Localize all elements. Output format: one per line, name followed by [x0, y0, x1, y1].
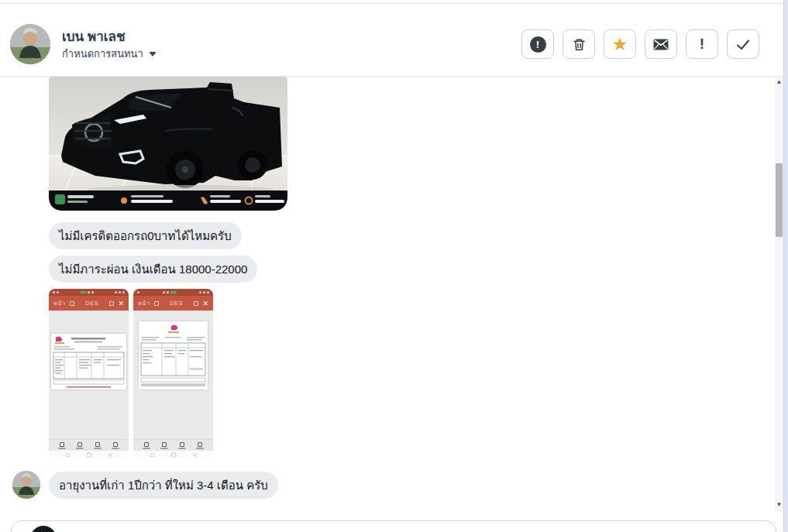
- document-app-bar: หน้า DES ✕: [49, 296, 129, 311]
- scheduling-dropdown[interactable]: กำหนดการสนทนา: [62, 46, 157, 62]
- mark-unread-button[interactable]: [645, 29, 677, 59]
- message-bubble: ไม่มีเครดิตออกรถ0บาทได้ไหมครับ: [49, 222, 242, 249]
- contact-avatar[interactable]: [10, 24, 50, 64]
- conversation-header: เบน พาเลช กำหนดการสนทนา ! ★: [0, 4, 783, 76]
- document-app-bar: หน้า DES ✕: [133, 296, 213, 311]
- message-list: ไม่มีเครดิตออกรถ0บาทได้ไหมครับ ไม่มีภาระ…: [0, 77, 775, 510]
- payslip-page: [51, 334, 126, 390]
- messenger-inbox-panel: เบน พาเลช กำหนดการสนทนา ! ★: [0, 0, 788, 532]
- comment-icon: [76, 442, 84, 449]
- document-viewer: [49, 311, 129, 439]
- star-icon: ★: [612, 36, 628, 53]
- grid-icon: [70, 301, 74, 306]
- recents-icon: ▢: [65, 452, 70, 457]
- android-nav-bar: ▢ ◯ ◁: [49, 451, 129, 458]
- back-icon: ◁: [108, 452, 112, 457]
- message-bubble: ไม่มีภาระผ่อน เงินเดือน 18000-22000: [49, 256, 257, 283]
- contact-name: เบน พาเลช: [62, 26, 125, 46]
- document-viewer: [133, 311, 213, 439]
- scheduling-label: กำหนดการสนทนา: [62, 46, 143, 62]
- envelope-icon: [653, 39, 669, 50]
- home-icon: ◯: [171, 452, 177, 457]
- recents-icon: ▢: [150, 452, 154, 457]
- edit-icon: [194, 301, 198, 306]
- share-icon: [58, 442, 66, 449]
- close-icon: ✕: [202, 300, 208, 307]
- close-icon: ✕: [118, 300, 124, 307]
- exclamation-icon: !: [700, 36, 704, 53]
- mark-important-button[interactable]: !: [686, 29, 718, 59]
- message-bubble: อายุงานที่เก่า 1ปีกว่า ที่ใหม่ 3-4 เดือน…: [49, 472, 278, 499]
- edit-icon: [109, 301, 114, 306]
- phone-status-bar: [133, 289, 213, 296]
- payslip-screenshot-1[interactable]: หน้า DES ✕: [49, 289, 129, 458]
- export-icon: [178, 442, 186, 449]
- battery-icon: [80, 291, 86, 293]
- document-toolbar: [49, 439, 129, 451]
- scroll-down-arrow[interactable]: ▼: [775, 499, 783, 510]
- grid-icon: [154, 301, 159, 306]
- comment-icon: [160, 442, 168, 449]
- home-icon: ◯: [87, 452, 92, 457]
- mark-done-button[interactable]: [727, 29, 759, 59]
- person-photo: [12, 471, 40, 499]
- phone-status-bar: [49, 289, 129, 296]
- person-photo: [10, 24, 50, 64]
- right-panel-edge: [783, 0, 788, 532]
- scrollbar-thumb[interactable]: [776, 163, 783, 237]
- conversation-actions: ! ★ !: [521, 29, 759, 59]
- payslip-screenshot-2[interactable]: หน้า DES ✕: [133, 289, 213, 458]
- print-icon: [112, 442, 119, 449]
- payslip-page: [139, 321, 208, 390]
- share-icon: [143, 442, 150, 449]
- thread-scrollbar: ▲ ▼: [775, 77, 783, 511]
- scroll-up-arrow[interactable]: ▲: [775, 77, 783, 87]
- car-photo-attachment[interactable]: [49, 77, 287, 211]
- follow-up-button[interactable]: ★: [604, 29, 636, 59]
- check-icon: [735, 38, 751, 51]
- reply-composer[interactable]: [11, 520, 776, 532]
- document-toolbar: [133, 439, 213, 451]
- pickup-truck-image: [49, 77, 287, 211]
- photo-attachments: หน้า DES ✕: [49, 289, 213, 458]
- print-icon: [196, 442, 204, 449]
- trash-icon: [572, 37, 587, 52]
- android-nav-bar: ▢ ◯ ◁: [133, 451, 213, 458]
- report-button[interactable]: !: [521, 29, 554, 59]
- page-avatar: [30, 526, 57, 532]
- back-icon: ◁: [193, 452, 197, 457]
- delete-button[interactable]: [563, 29, 595, 59]
- message-avatar: [12, 471, 40, 499]
- export-icon: [94, 442, 102, 449]
- battery-icon: [170, 291, 177, 293]
- chevron-down-icon: [149, 52, 157, 57]
- report-icon: !: [530, 36, 546, 53]
